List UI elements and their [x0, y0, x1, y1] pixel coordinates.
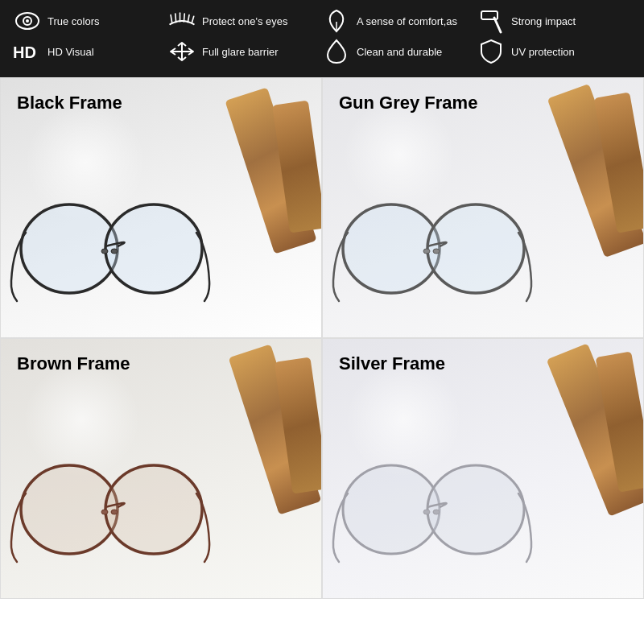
svg-line-3	[171, 15, 172, 23]
shield-icon	[477, 40, 506, 63]
hammer-icon	[477, 10, 506, 32]
svg-point-20	[427, 204, 524, 293]
feature-comfort: A sense of comfort,as	[322, 10, 477, 32]
feature-strong-impact: Strong impact	[477, 10, 631, 32]
svg-point-22	[423, 249, 430, 254]
svg-point-17	[111, 249, 118, 254]
eye-icon	[13, 10, 42, 32]
svg-point-25	[111, 510, 118, 514]
svg-point-26	[101, 510, 108, 514]
leaf-icon	[322, 10, 351, 32]
protect-eyes-label: Protect one's eyes	[202, 15, 288, 27]
arrows-icon	[167, 40, 196, 63]
svg-point-18	[101, 249, 108, 254]
silver-frame-cell: Silver Frame	[322, 338, 644, 599]
feature-true-colors: True colors	[13, 10, 167, 32]
svg-point-28	[427, 465, 524, 554]
brown-frame-cell: Brown Frame	[0, 338, 322, 599]
glare-barrier-label: Full glare barrier	[202, 46, 279, 58]
droplet-icon	[322, 40, 351, 63]
clean-durable-label: Clean and durable	[357, 46, 442, 58]
features-row-2: HD HD Visual Full glare barrier	[13, 40, 631, 63]
feature-protect-eyes: Protect one's eyes	[167, 10, 322, 32]
brown-frame-label: Brown Frame	[17, 353, 130, 374]
true-colors-label: True colors	[47, 15, 100, 27]
svg-point-16	[105, 204, 202, 293]
silver-frame-label: Silver Frame	[339, 353, 445, 374]
gun-grey-frame-cell: Gun Grey Frame	[322, 77, 644, 338]
gun-grey-frame-label: Gun Grey Frame	[339, 93, 477, 114]
frames-grid: Black Frame Gun Grey Frame	[0, 77, 644, 599]
comfort-label: A sense of comfort,as	[357, 15, 457, 27]
feature-glare-barrier: Full glare barrier	[167, 40, 322, 63]
strong-impact-label: Strong impact	[511, 15, 576, 27]
svg-point-29	[433, 510, 440, 514]
svg-point-2	[26, 19, 29, 23]
svg-point-21	[433, 249, 440, 254]
svg-text:HD: HD	[13, 43, 36, 61]
feature-uv-protection: UV protection	[477, 40, 631, 63]
features-row-1: True colors Protect one's eyes	[13, 10, 631, 32]
black-frame-label: Black Frame	[17, 93, 122, 114]
svg-line-8	[192, 16, 193, 23]
header: True colors Protect one's eyes	[0, 0, 644, 77]
black-frame-cell: Black Frame	[0, 77, 322, 338]
svg-point-24	[105, 465, 202, 554]
feature-hd-visual: HD HD Visual	[13, 40, 167, 63]
hd-visual-label: HD Visual	[47, 46, 94, 58]
hd-icon: HD	[13, 40, 42, 63]
uv-protection-label: UV protection	[511, 46, 575, 58]
eyelashes-icon	[167, 10, 196, 32]
feature-clean-durable: Clean and durable	[322, 40, 477, 63]
svg-point-30	[423, 510, 430, 514]
